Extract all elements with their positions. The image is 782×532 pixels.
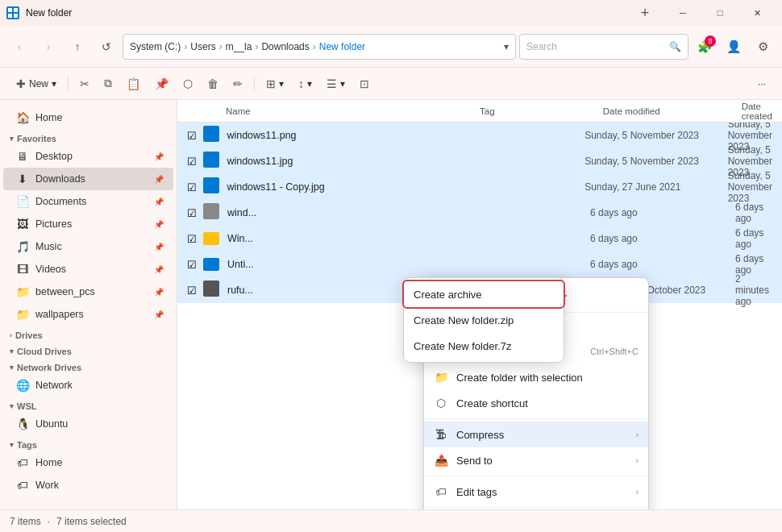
refresh-button[interactable]: ↺ (94, 34, 119, 60)
row-checkbox[interactable]: ☑ (187, 130, 203, 142)
table-row[interactable]: ☑ wind... 6 days ago 6 days ago (177, 200, 782, 226)
ctx-create-folder-label: Create folder with selection (456, 372, 638, 384)
extensions-button[interactable]: 🧩 8 (692, 34, 718, 60)
crumb-user[interactable]: m__la (226, 41, 252, 52)
create-7z-label: Create New folder.7z (414, 340, 511, 352)
folder-icon-blue (203, 256, 223, 273)
sidebar-item-documents[interactable]: 📄 Documents 📌 (3, 190, 173, 213)
share-button[interactable]: ⬡ (177, 72, 199, 96)
rename-button[interactable]: ✏ (227, 72, 249, 96)
sidebar-item-wallpapers[interactable]: 📁 wallpapers 📌 (3, 303, 173, 326)
file-name: windows11.png (227, 130, 457, 141)
row-checkbox[interactable]: ☑ (187, 233, 203, 245)
sidebar-section-drives[interactable]: › Drives (0, 326, 177, 342)
file-icon-jpg (203, 152, 223, 172)
forward-button[interactable]: › (35, 34, 61, 60)
file-created: 6 days ago (735, 227, 772, 250)
sidebar-section-favorites[interactable]: ▾ Favorites (0, 129, 177, 145)
table-row[interactable]: ☑ windows11 - Copy.jpg Sunday, 27 June 2… (177, 174, 782, 200)
maximize-button[interactable]: □ (701, 0, 738, 26)
row-checkbox[interactable]: ☑ (187, 259, 203, 271)
sidebar-item-home[interactable]: 🏠 Home (3, 106, 173, 129)
crumb-users[interactable]: Users (190, 41, 215, 52)
compress-arrow: › (636, 430, 638, 439)
sub-create-archive[interactable]: Create archive (404, 281, 564, 307)
pin-icon6: 📌 (154, 265, 164, 274)
ctx-compress[interactable]: 🗜 Compress › (424, 422, 648, 447)
cut-button[interactable]: ✂ (73, 72, 96, 96)
sidebar-item-music[interactable]: 🎵 Music 📌 (3, 235, 173, 258)
table-row[interactable]: ☑ windows11.jpg Sunday, 5 November 2023 … (177, 148, 782, 174)
table-row[interactable]: ☑ Unti... 6 days ago 6 days ago (177, 251, 782, 277)
crumb-system[interactable]: System (C:) (130, 41, 181, 52)
ctx-create-shortcut[interactable]: ⬡ Create shortcut (424, 390, 648, 416)
layout-button[interactable]: ☰▾ (320, 72, 351, 96)
back-button[interactable]: ‹ (6, 34, 32, 60)
paste-button[interactable]: 📋 (120, 72, 147, 96)
sidebar-item-between-pcs[interactable]: 📁 between_pcs 📌 (3, 281, 173, 303)
search-placeholder: Search (526, 41, 557, 52)
address-dropdown[interactable]: ▾ (504, 41, 509, 52)
sidebar-item-videos[interactable]: 🎞 Videos 📌 (3, 258, 173, 281)
details-button[interactable]: ⊡ (353, 72, 376, 96)
row-checkbox[interactable]: ☑ (187, 285, 203, 297)
close-button[interactable]: ✕ (738, 0, 776, 26)
minimize-button[interactable]: ─ (664, 0, 701, 26)
search-bar[interactable]: Search 🔍 (519, 34, 688, 60)
account-button[interactable]: 👤 (721, 34, 747, 60)
search-icon[interactable]: 🔍 (669, 41, 681, 52)
file-modified: Sunday, 5 November 2023 (584, 156, 728, 167)
table-row[interactable]: ☑ windows11.png Sunday, 5 November 2023 … (177, 123, 782, 148)
tag-work-icon: 🏷 (16, 479, 29, 492)
sort-button[interactable]: ↕▾ (292, 72, 318, 96)
pin-icon: 📌 (155, 77, 168, 90)
settings-button[interactable]: ⚙ (750, 34, 776, 60)
file-modified: 6 days ago (590, 259, 735, 270)
col-created[interactable]: Date created (742, 102, 772, 121)
copy-button[interactable]: ⧉ (98, 72, 119, 96)
svg-rect-0 (8, 8, 12, 12)
row-checkbox[interactable]: ☑ (187, 156, 203, 168)
crumb-current[interactable]: New folder (319, 41, 365, 52)
col-tag[interactable]: Tag (480, 106, 603, 116)
sidebar-section-tags[interactable]: ▾ Tags (0, 435, 177, 451)
table-row[interactable]: ☑ Win... 6 days ago 6 days ago (177, 226, 782, 251)
address-bar[interactable]: System (C:) › Users › m__la › Downloads … (123, 34, 516, 60)
sidebar-item-tag-work[interactable]: 🏷 Work (3, 474, 173, 497)
sidebar-item-network[interactable]: 🌐 Network (3, 374, 173, 397)
sub-create-zip[interactable]: Create New folder.zip (404, 307, 564, 333)
sidebar-item-ubuntu[interactable]: 🐧 Ubuntu (3, 413, 173, 435)
sidebar-item-tag-home[interactable]: 🏷 Home (3, 451, 173, 474)
more-button[interactable]: ··· (751, 72, 772, 96)
delete-button[interactable]: 🗑 (201, 72, 225, 96)
svg-rect-2 (8, 14, 12, 18)
col-modified[interactable]: Date modified (603, 106, 742, 116)
new-tab-button[interactable]: + (632, 0, 658, 26)
sidebar-section-network-drives[interactable]: ▾ Network Drives (0, 358, 177, 374)
row-checkbox[interactable]: ☑ (187, 207, 203, 219)
tags-arrow: › (636, 488, 638, 497)
ctx-create-folder-selection[interactable]: 📁 Create folder with selection (424, 364, 648, 390)
sidebar-item-downloads[interactable]: ⬇ Downloads 📌 (3, 168, 173, 190)
col-name[interactable]: Name (226, 106, 480, 116)
new-icon: ✚ (16, 77, 26, 90)
sub-create-7z[interactable]: Create New folder.7z (404, 333, 564, 359)
ctx-edit-tags[interactable]: 🏷 Edit tags › (424, 479, 648, 505)
file-name: windows11 - Copy.jpg (227, 181, 457, 193)
up-button[interactable]: ↑ (64, 34, 90, 60)
sidebar-section-cloud[interactable]: ▾ Cloud Drives (0, 342, 177, 358)
sidebar-item-pictures[interactable]: 🖼 Pictures 📌 (3, 213, 173, 235)
row-checkbox[interactable]: ☑ (187, 181, 203, 193)
sidebar-section-wsl[interactable]: ▾ WSL (0, 397, 177, 413)
new-button[interactable]: ✚ New ▾ (10, 72, 63, 96)
pin-button[interactable]: 📌 (148, 72, 175, 96)
view-button[interactable]: ⊞▾ (260, 72, 290, 96)
sidebar-item-desktop[interactable]: 🖥 Desktop 📌 (3, 145, 173, 168)
pin-icon3: 📌 (154, 197, 164, 206)
pin-icon: 📌 (154, 152, 164, 161)
titlebar: New folder + ─ □ ✕ (0, 0, 782, 26)
crumb-downloads[interactable]: Downloads (261, 41, 309, 52)
file-created: 2 minutes ago (735, 273, 772, 307)
file-modified: 6 days ago (590, 233, 735, 244)
ctx-send-to[interactable]: 📤 Send to › (424, 447, 648, 473)
